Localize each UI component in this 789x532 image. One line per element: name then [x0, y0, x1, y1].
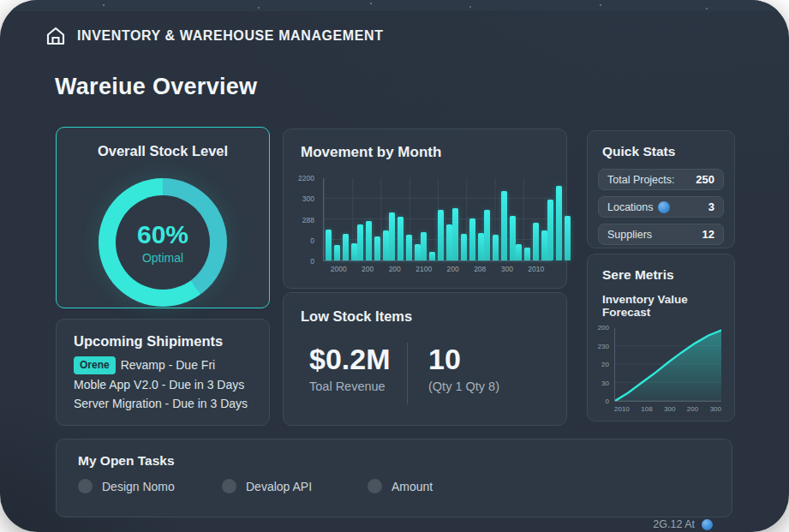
- count-block: 10 (Qty 1 Qty 8): [428, 343, 523, 393]
- task-item[interactable]: Devalop API: [222, 479, 312, 493]
- home-icon[interactable]: [45, 26, 67, 46]
- locations-badge-icon[interactable]: [658, 201, 670, 213]
- low-stock-card: Low Stock Items $0.2M Toal Revenue 10 (Q…: [283, 292, 567, 426]
- donut-center: 60% Optimal: [116, 195, 210, 290]
- bar: [547, 200, 553, 260]
- bar: [357, 224, 363, 260]
- count-value: 10: [428, 343, 523, 376]
- shipment-text: Server Migration - Due in 3 Days: [74, 397, 248, 410]
- movement-x-axis: 200020020021002002083002010: [323, 265, 552, 273]
- bar-group: [547, 178, 571, 260]
- movement-card: Movement by Month 220030028800 200020020…: [283, 129, 567, 289]
- forecast-plot: [614, 328, 721, 402]
- stat-row-total-projects: Total Projects: 250: [598, 169, 724, 190]
- shipment-item[interactable]: OreneRevamp - Due Fri: [74, 356, 269, 374]
- shipments-title: Upcoming Shipiments: [74, 333, 269, 350]
- bar: [406, 235, 412, 260]
- tasks-card: My Open Tasks Design Nomo Devalop API Am…: [56, 439, 732, 517]
- bar-group: [421, 178, 452, 260]
- shipment-text: Revamp - Due Fri: [121, 358, 215, 372]
- low-stock-title: Low Stock Items: [301, 308, 566, 325]
- task-checkbox-icon[interactable]: [368, 479, 382, 493]
- bar: [397, 217, 403, 260]
- bar-group: [357, 178, 389, 260]
- shipments-card: Upcoming Shipiments OreneRevamp - Due Fr…: [56, 319, 270, 426]
- stat-row-locations: Locations 3: [598, 196, 724, 218]
- x-tick-label: 2010: [528, 265, 544, 273]
- metrics-title: Sere Metris: [602, 267, 734, 283]
- low-stock-stats: $0.2M Toal Revenue 10 (Qty 1 Qty 8): [309, 343, 523, 404]
- divider: [407, 343, 408, 404]
- bar: [438, 210, 444, 260]
- revenue-value: $0.2M: [309, 343, 403, 376]
- task-item[interactable]: Amount: [368, 479, 433, 493]
- shipment-item[interactable]: Moble App V2.0 - Due in 3 Days: [74, 377, 269, 393]
- stat-value: 250: [696, 173, 714, 186]
- bar: [374, 236, 380, 260]
- tasks-title: My Open Tasks: [78, 453, 732, 469]
- stat-label: Total Projects:: [607, 174, 675, 186]
- bar: [469, 218, 475, 260]
- bar: [493, 235, 499, 260]
- x-tick-label: 208: [474, 265, 486, 273]
- bar-group: [516, 178, 547, 260]
- overall-stock-card: Overall Stock Level 60% Optimal: [56, 127, 270, 308]
- stock-donut-chart: 60% Optimal: [99, 178, 227, 307]
- bar-group: [484, 178, 516, 260]
- bar-group: [452, 178, 484, 260]
- task-checkbox-icon[interactable]: [78, 479, 93, 493]
- metrics-card: Sere Metris Inventory Value Forecast 200…: [587, 254, 735, 421]
- shipment-item[interactable]: Server Migration - Due in 3 Days: [74, 396, 269, 412]
- bar: [478, 233, 484, 260]
- x-tick-label: 300: [501, 265, 513, 273]
- x-tick-label: 108: [641, 405, 652, 413]
- stat-value: 3: [708, 200, 714, 213]
- shipment-badge: Orene: [74, 356, 116, 374]
- bar: [366, 221, 372, 260]
- x-tick-label: 2100: [415, 265, 432, 273]
- stat-label: Suppliers: [607, 229, 652, 241]
- task-checkbox-icon[interactable]: [222, 479, 236, 493]
- tasks-footer-text: 2G.12 At: [653, 518, 695, 530]
- bar: [565, 216, 571, 260]
- task-label: Design Nomo: [102, 480, 175, 493]
- bar: [351, 243, 357, 260]
- revenue-block: $0.2M Toal Revenue: [309, 343, 403, 393]
- bar: [541, 230, 547, 260]
- bar: [556, 186, 562, 260]
- quick-stats-title: Quick Stats: [602, 144, 734, 159]
- app-window: INVENTORY & WAREHOUSE MANAGEMENT Wareiue…: [0, 0, 789, 532]
- x-tick-label: 200: [389, 265, 401, 273]
- bar: [343, 234, 349, 260]
- bar: [484, 210, 490, 260]
- bar: [501, 191, 507, 260]
- movement-bars: [324, 178, 552, 260]
- page-title: Wareiue Overview: [55, 74, 257, 100]
- tasks-footer-icon[interactable]: [702, 519, 713, 530]
- bar: [415, 244, 421, 260]
- forecast-y-axis: 20023020300: [593, 328, 612, 402]
- task-label: Amount: [392, 480, 433, 493]
- stat-label: Locations: [607, 201, 654, 213]
- forecast-area-chart: [615, 328, 721, 401]
- bar: [524, 248, 530, 260]
- forecast-x-axis: 2010108300200300: [614, 405, 721, 413]
- bar: [452, 208, 458, 260]
- movement-plot: [323, 178, 552, 261]
- bar: [389, 212, 395, 260]
- bar: [429, 252, 435, 260]
- task-label: Devalop API: [246, 480, 312, 493]
- task-item[interactable]: Design Nomo: [78, 479, 175, 493]
- bar-group: [389, 178, 421, 260]
- top-strip: [0, 0, 789, 11]
- count-label: (Qty 1 Qty 8): [428, 380, 523, 393]
- revenue-label: Toal Revenue: [309, 380, 403, 393]
- bar: [510, 216, 516, 260]
- x-tick-label: 2000: [331, 265, 347, 273]
- x-tick-label: 2010: [614, 405, 630, 413]
- x-tick-label: 200: [447, 265, 459, 273]
- x-tick-label: 200: [362, 265, 374, 273]
- stock-percent-label: Optimal: [142, 251, 183, 265]
- movement-title: Movement by Month: [301, 144, 566, 161]
- quick-stats-card: Quick Stats Total Projects: 250 Location…: [587, 130, 735, 248]
